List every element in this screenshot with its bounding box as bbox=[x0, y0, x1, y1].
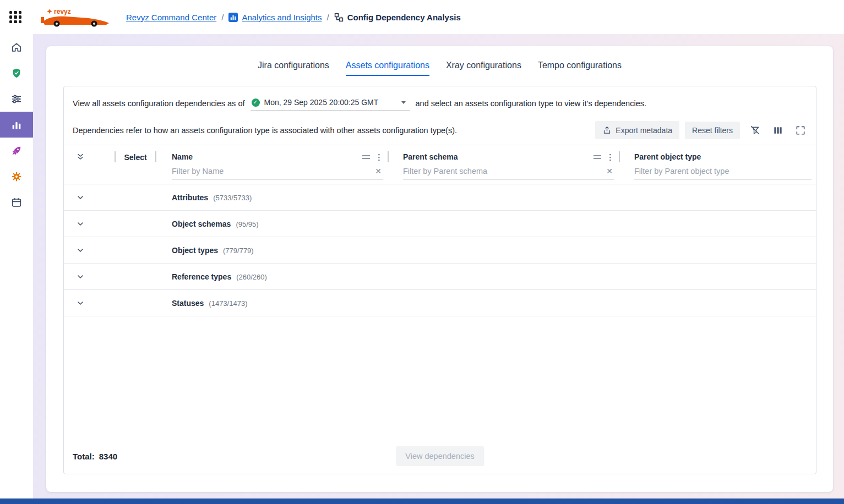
breadcrumb: Revyz Command Center / Analytics and Ins… bbox=[126, 13, 461, 22]
breadcrumb-separator: / bbox=[326, 13, 329, 22]
description-text: Dependencies refer to how an assets conf… bbox=[73, 126, 457, 135]
expand-all-cell[interactable] bbox=[64, 145, 115, 184]
chevron-down-icon[interactable] bbox=[76, 193, 115, 202]
chevron-down-icon[interactable] bbox=[76, 246, 115, 255]
intro-prefix-text: View all assets configuration dependenci… bbox=[73, 98, 245, 109]
group-row-attributes[interactable]: Attributes (5733/5733) bbox=[64, 184, 816, 211]
breadcrumb-link-analytics[interactable]: Analytics and Insights bbox=[242, 13, 322, 22]
home-icon bbox=[10, 41, 23, 53]
topbar: ✦ revyz Revyz Command Center / Analytics… bbox=[0, 0, 844, 34]
sidebar-item-controls[interactable] bbox=[0, 86, 33, 112]
chevron-down-icon[interactable] bbox=[76, 299, 115, 308]
group-count: (1473/1473) bbox=[209, 299, 247, 308]
dependency-tree-icon bbox=[334, 13, 344, 22]
parent-schema-filter-input[interactable] bbox=[403, 166, 605, 177]
total-label: Total: bbox=[73, 452, 95, 461]
shield-check-icon bbox=[10, 67, 23, 79]
total-value: 8340 bbox=[99, 452, 117, 461]
sidebar bbox=[0, 34, 33, 498]
bottom-accent-bar bbox=[0, 498, 844, 504]
select-column-header: Select bbox=[115, 145, 156, 184]
name-column-label: Name bbox=[172, 152, 193, 161]
config-dependency-card: Jira configurations Assets configuration… bbox=[46, 46, 833, 492]
group-row-object-schemas[interactable]: Object schemas (95/95) bbox=[64, 211, 816, 237]
group-label: Reference types bbox=[172, 272, 231, 281]
table-controls: Export metadata Reset filters bbox=[595, 121, 808, 139]
parent-object-type-column: Parent object type bbox=[619, 145, 816, 184]
rocket-icon bbox=[10, 145, 23, 157]
sidebar-item-calendar[interactable] bbox=[0, 189, 33, 215]
group-count: (260/260) bbox=[236, 273, 267, 281]
chevron-down-icon[interactable] bbox=[76, 272, 115, 281]
group-row-object-types[interactable]: Object types (779/779) bbox=[64, 237, 816, 264]
name-column-menu-icon[interactable]: ⋮ bbox=[375, 153, 383, 161]
parent-object-type-column-label: Parent object type bbox=[634, 152, 701, 161]
view-dependencies-button[interactable]: View dependencies bbox=[396, 446, 484, 466]
name-filter-input[interactable] bbox=[172, 166, 373, 177]
parent-schema-column-label: Parent schema bbox=[403, 152, 458, 161]
intro-suffix-text: and select an assets configuration type … bbox=[416, 98, 647, 109]
breadcrumb-link-command-center[interactable]: Revyz Command Center bbox=[126, 13, 216, 22]
snapshot-date-value: Mon, 29 Sep 2025 20:00:25 GMT bbox=[264, 97, 397, 108]
name-filter-clear-icon[interactable]: ✕ bbox=[373, 167, 383, 176]
group-count: (95/95) bbox=[236, 220, 258, 228]
chevron-down-icon bbox=[401, 101, 406, 104]
total-count: Total: 8340 bbox=[73, 452, 117, 461]
sidebar-item-home[interactable] bbox=[0, 34, 33, 60]
export-metadata-button[interactable]: Export metadata bbox=[595, 121, 679, 139]
sidebar-item-security[interactable] bbox=[0, 60, 33, 86]
name-column: Name ⋮ ✕ bbox=[156, 145, 388, 184]
tab-tempo-configurations[interactable]: Tempo configurations bbox=[538, 61, 622, 76]
export-metadata-label: Export metadata bbox=[616, 126, 672, 135]
intro-row: View all assets configuration dependenci… bbox=[64, 86, 816, 111]
filter-off-icon bbox=[749, 124, 761, 136]
parent-object-type-filter-input[interactable] bbox=[634, 166, 812, 177]
clear-all-filters-button[interactable] bbox=[747, 122, 763, 138]
group-label: Statuses bbox=[172, 299, 204, 308]
breadcrumb-current-page: Config Dependency Analysis bbox=[347, 13, 461, 22]
sidebar-item-analytics[interactable] bbox=[0, 112, 33, 138]
double-chevron-down-icon bbox=[76, 152, 85, 161]
manage-columns-button[interactable] bbox=[770, 123, 786, 138]
configuration-tabs: Jira configurations Assets configuration… bbox=[46, 46, 833, 76]
fullscreen-icon bbox=[795, 125, 806, 136]
chevron-down-icon[interactable] bbox=[76, 220, 115, 228]
group-label: Attributes bbox=[172, 193, 208, 202]
sidebar-item-launch[interactable] bbox=[0, 138, 33, 163]
description-row: Dependencies refer to how an assets conf… bbox=[64, 111, 816, 145]
gear-icon bbox=[10, 171, 23, 183]
app-switcher-grid-icon[interactable] bbox=[9, 11, 21, 23]
bar-chart-icon bbox=[10, 119, 23, 131]
parent-schema-column-menu-icon[interactable]: ⋮ bbox=[606, 153, 614, 161]
group-count: (5733/5733) bbox=[213, 194, 252, 202]
export-icon bbox=[602, 125, 612, 135]
content-area: Jira configurations Assets configuration… bbox=[33, 34, 844, 498]
tab-assets-configurations[interactable]: Assets configurations bbox=[346, 61, 429, 76]
columns-icon bbox=[772, 125, 783, 136]
logo-racecar-icon bbox=[40, 13, 111, 27]
parent-schema-column: Parent schema ⋮ ✕ bbox=[388, 145, 619, 184]
sidebar-item-settings[interactable] bbox=[0, 163, 33, 189]
tab-jira-configurations[interactable]: Jira configurations bbox=[258, 61, 329, 76]
name-column-resize-handle[interactable] bbox=[362, 155, 370, 159]
table-header: Select Name ⋮ ✕ bbox=[64, 145, 816, 184]
check-circle-icon: ✓ bbox=[252, 98, 260, 107]
parent-schema-filter-clear-icon[interactable]: ✕ bbox=[605, 167, 614, 176]
dependencies-panel: View all assets configuration dependenci… bbox=[63, 86, 816, 474]
sliders-icon bbox=[10, 93, 23, 105]
tab-xray-configurations[interactable]: Xray configurations bbox=[446, 61, 521, 76]
reset-filters-button[interactable]: Reset filters bbox=[685, 122, 740, 139]
revyz-logo[interactable]: ✦ revyz bbox=[40, 8, 111, 27]
group-label: Object schemas bbox=[172, 220, 231, 228]
analytics-chart-icon bbox=[228, 13, 238, 22]
group-row-statuses[interactable]: Statuses (1473/1473) bbox=[64, 290, 816, 316]
calendar-icon bbox=[10, 196, 23, 209]
reset-filters-label: Reset filters bbox=[692, 126, 733, 135]
fullscreen-button[interactable] bbox=[793, 123, 808, 138]
parent-schema-column-resize-handle[interactable] bbox=[593, 155, 601, 159]
parent-schema-filter: ✕ bbox=[403, 166, 614, 179]
group-row-reference-types[interactable]: Reference types (260/260) bbox=[64, 264, 816, 290]
snapshot-date-dropdown[interactable]: ✓ Mon, 29 Sep 2025 20:00:25 GMT bbox=[251, 96, 410, 111]
panel-footer: Total: 8340 View dependencies bbox=[64, 439, 816, 474]
group-count: (779/779) bbox=[223, 246, 254, 255]
